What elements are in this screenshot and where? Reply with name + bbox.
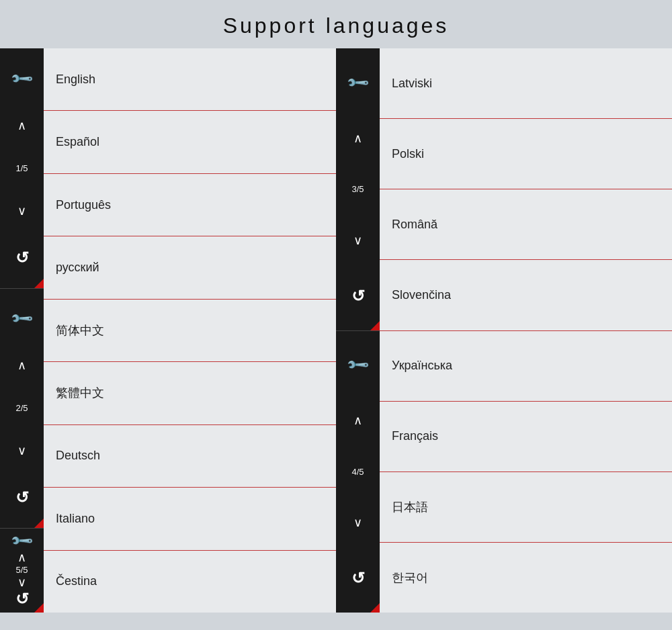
nav-down-r1[interactable]: ∨ xyxy=(353,233,362,248)
nav-down-2[interactable]: ∨ xyxy=(17,443,26,458)
wrench-icon-r1: 🔧 xyxy=(345,71,370,95)
page-indicator-r2: 4/5 xyxy=(351,467,364,477)
nav-down-1[interactable]: ∨ xyxy=(17,204,26,218)
red-corner-1 xyxy=(34,279,44,288)
lang-polski[interactable]: Polski xyxy=(380,119,672,189)
refresh-icon-1[interactable]: ↺ xyxy=(15,249,29,267)
lang-portugues[interactable]: Português xyxy=(44,174,336,236)
right-sidebar: 🔧 ∧ 3/5 ∨ ↺ 🔧 ∧ 4/5 ∨ ↺ xyxy=(336,48,380,613)
lang-romana[interactable]: Română xyxy=(380,189,672,260)
right-language-list: Latviski Polski Română Slovenčina Україн… xyxy=(380,48,672,613)
wrench-icon-2: 🔧 xyxy=(9,306,34,331)
left-language-list: English Español Português русский 简体中文 繁… xyxy=(44,48,336,613)
lang-slovencina[interactable]: Slovenčina xyxy=(380,260,672,330)
red-corner-r1 xyxy=(370,321,380,330)
lang-latviski[interactable]: Latviski xyxy=(380,48,672,119)
lang-japanese[interactable]: 日本語 xyxy=(380,472,672,543)
refresh-icon-r1[interactable]: ↺ xyxy=(351,287,365,306)
left-sidebar: 🔧 ∧ 1/5 ∨ ↺ 🔧 ∧ 2/5 ∨ ↺ 🔧 ∧ 5/5 ∨ xyxy=(0,48,44,613)
nav-up-r2[interactable]: ∧ xyxy=(353,413,362,428)
wrench-icon-3: 🔧 xyxy=(9,529,34,553)
red-corner-3 xyxy=(34,603,44,613)
page-indicator-1: 1/5 xyxy=(15,163,28,173)
nav-down-3[interactable]: ∨ xyxy=(17,575,26,590)
lang-deutsch[interactable]: Deutsch xyxy=(44,425,336,488)
lang-ukrainian[interactable]: Українська xyxy=(380,331,672,402)
lang-italiano[interactable]: Italiano xyxy=(44,488,336,550)
lang-francais[interactable]: Français xyxy=(380,402,672,472)
nav-down-r2[interactable]: ∨ xyxy=(353,515,362,530)
page-indicator-2: 2/5 xyxy=(15,403,28,413)
lang-cestina[interactable]: Čestina xyxy=(44,551,336,613)
lang-english[interactable]: English xyxy=(44,48,336,111)
lang-russian[interactable]: русский xyxy=(44,236,336,299)
left-panel: 🔧 ∧ 1/5 ∨ ↺ 🔧 ∧ 2/5 ∨ ↺ 🔧 ∧ 5/5 ∨ xyxy=(0,48,336,613)
wrench-icon-1: 🔧 xyxy=(9,66,34,91)
refresh-icon-2[interactable]: ↺ xyxy=(15,488,29,507)
lang-traditional-chinese[interactable]: 繁體中文 xyxy=(44,362,336,424)
red-corner-r2 xyxy=(370,603,380,613)
lang-espanol[interactable]: Español xyxy=(44,111,336,173)
page-indicator-r1: 3/5 xyxy=(351,184,364,194)
page-title: Support languages xyxy=(0,0,672,48)
nav-up-1[interactable]: ∧ xyxy=(17,118,26,133)
nav-up-2[interactable]: ∧ xyxy=(17,358,26,373)
red-corner-2 xyxy=(34,519,44,528)
page-indicator-3: 5/5 xyxy=(15,565,28,575)
refresh-icon-3[interactable]: ↺ xyxy=(15,590,29,609)
refresh-icon-r2[interactable]: ↺ xyxy=(351,569,365,588)
lang-simplified-chinese[interactable]: 简体中文 xyxy=(44,300,336,362)
nav-up-r1[interactable]: ∧ xyxy=(353,131,362,146)
right-panel: 🔧 ∧ 3/5 ∨ ↺ 🔧 ∧ 4/5 ∨ ↺ Latviski Polski … xyxy=(336,48,672,613)
lang-korean[interactable]: 한국어 xyxy=(380,543,672,613)
wrench-icon-r2: 🔧 xyxy=(345,353,370,378)
